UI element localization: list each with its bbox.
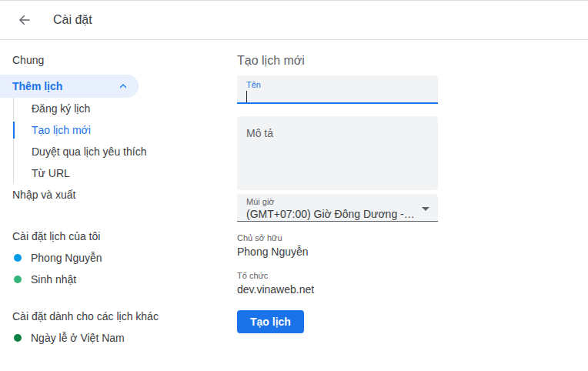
description-field-wrapper <box>237 116 438 190</box>
sidebar-item-label: Từ URL <box>32 167 70 179</box>
sidebar-item-import-export[interactable]: Nhập và xuất <box>0 184 197 206</box>
description-textarea[interactable] <box>237 116 438 190</box>
create-calendar-button[interactable]: Tạo lịch <box>237 310 304 333</box>
calendar-name-field[interactable]: Tên <box>237 75 438 104</box>
organization-field: Tổ chức dev.vinaweb.net <box>237 271 438 296</box>
create-calendar-panel: Tạo lịch mới Tên Múi giờ (GMT+07:00) Giờ… <box>237 40 438 333</box>
calendar-color-dot <box>14 276 22 283</box>
sidebar-item-calendar-phong[interactable]: Phong Nguyễn <box>0 247 197 269</box>
owner-field: Chủ sở hữu Phong Nguyễn <box>237 233 438 259</box>
sidebar-item-label: Đăng ký lịch <box>32 102 90 115</box>
sidebar-item-label: Tạo lịch mới <box>32 124 91 136</box>
dropdown-arrow-icon <box>422 207 429 211</box>
chevron-up-icon <box>119 82 128 91</box>
sidebar-item-label: Nhập và xuất <box>12 189 76 201</box>
calendar-label: Sinh nhật <box>31 273 76 286</box>
sidebar-item-create-calendar[interactable]: Tạo lịch mới <box>14 119 197 141</box>
calendar-label: Phong Nguyễn <box>31 252 102 264</box>
sidebar-item-calendar-birthdays[interactable]: Sinh nhật <box>0 269 197 290</box>
sidebar-item-calendar-holidays[interactable]: Ngày lễ ở Việt Nam <box>0 327 197 349</box>
organization-value: dev.vinaweb.net <box>237 282 438 296</box>
calendar-label: Ngày lễ ở Việt Nam <box>31 332 125 344</box>
name-field-label: Tên <box>246 80 429 90</box>
section-header-label: Cài đặt lịch của tôi <box>12 230 100 242</box>
sidebar-item-label: Thêm lịch <box>12 80 62 92</box>
sidebar-item-label: Duyệt qua lịch yêu thích <box>32 145 146 158</box>
owner-value: Phong Nguyễn <box>237 245 438 259</box>
organization-label: Tổ chức <box>237 271 438 281</box>
calendar-color-dot <box>14 334 22 342</box>
add-calendar-subgroup: Đăng ký lịch Tạo lịch mới Duyệt qua lịch… <box>13 98 197 184</box>
sidebar-item-from-url[interactable]: Từ URL <box>14 162 197 184</box>
section-header-label: Cài đặt dành cho các lịch khác <box>12 310 159 323</box>
timezone-select[interactable]: Múi giờ (GMT+07:00) Giờ Đông Dương - TP … <box>237 194 438 222</box>
my-calendars-section-header: Cài đặt lịch của tôi <box>0 226 197 247</box>
settings-sidebar: Chung Thêm lịch Đăng ký lịch Tạo lịch mớ… <box>0 40 197 371</box>
back-arrow-icon <box>18 13 32 27</box>
page-header: Cài đặt <box>0 1 588 40</box>
sidebar-item-general[interactable]: Chung <box>0 48 197 72</box>
sidebar-item-label: Chung <box>12 54 44 66</box>
page-title: Cài đặt <box>53 13 92 27</box>
sidebar-item-subscribe-calendar[interactable]: Đăng ký lịch <box>14 98 197 119</box>
panel-title: Tạo lịch mới <box>237 52 438 69</box>
text-caret <box>246 91 247 102</box>
owner-label: Chủ sở hữu <box>237 233 438 243</box>
sidebar-item-add-calendar[interactable]: Thêm lịch <box>0 75 139 98</box>
sidebar-item-browse-calendars[interactable]: Duyệt qua lịch yêu thích <box>14 141 197 162</box>
settings-page: Cài đặt Chung Thêm lịch Đăng ký lịch Tạo… <box>0 0 588 371</box>
timezone-label: Múi giờ <box>246 197 416 207</box>
timezone-value: (GMT+07:00) Giờ Đông Dương - TP Hồ Chí .… <box>246 208 416 220</box>
calendar-color-dot <box>14 254 22 262</box>
other-calendars-section-header: Cài đặt dành cho các lịch khác <box>0 306 197 327</box>
back-button[interactable] <box>15 11 34 29</box>
